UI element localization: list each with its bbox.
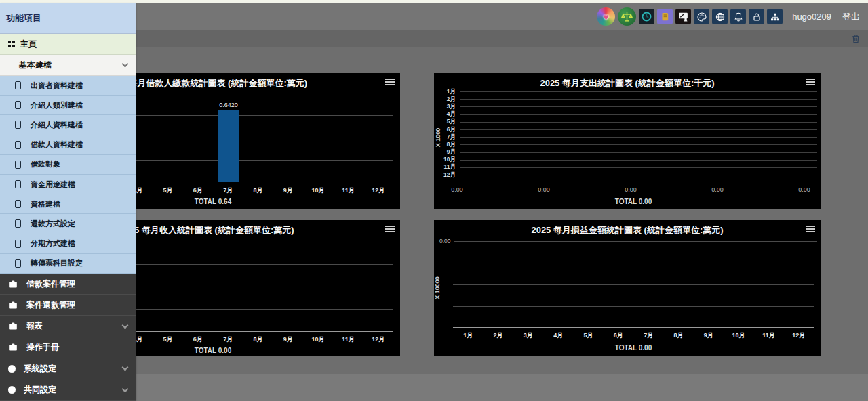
chevron-down-icon	[122, 364, 129, 371]
trash-icon[interactable]	[850, 33, 861, 44]
sidebar-item-referrer-category[interactable]: 介紹人類別建檔	[0, 96, 136, 115]
record-icon	[15, 200, 21, 208]
record-icon	[15, 259, 21, 268]
y-axis-unit: X 10000	[434, 276, 441, 299]
sidebar-item-home[interactable]: 主頁	[0, 34, 136, 55]
record-icon	[15, 101, 21, 109]
sidebar-section-system-settings[interactable]: 系統設定	[0, 358, 136, 379]
category-rows: 1月 2月 3月 4月 5月 6月 7月 8月 9月 10月 11月 12月	[441, 88, 817, 179]
chart-menu-icon[interactable]	[806, 79, 815, 80]
clock-icon[interactable]	[639, 9, 654, 24]
bell-icon[interactable]	[730, 9, 746, 24]
presentation-icon[interactable]	[675, 9, 691, 24]
chart-menu-icon[interactable]	[806, 226, 815, 227]
sidebar: 功能項目 主頁 基本建檔 出資者資料建檔 介紹人類別建檔 介紹人資料建檔 借款人…	[0, 3, 136, 401]
briefcase-icon	[8, 321, 18, 331]
heart-glyph: ♥	[604, 12, 609, 22]
sidebar-title: 功能項目	[0, 3, 136, 34]
sidebar-item-investor-data[interactable]: 出資者資料建檔	[0, 76, 136, 96]
chart-panel-profit-loss: 2025 每月損益金額統計圖表 (統計金額單位:萬元) X 10000 0.00…	[434, 220, 821, 356]
chart-menu-icon[interactable]	[385, 226, 395, 227]
record-icon	[15, 141, 21, 149]
sidebar-item-repayment-method[interactable]: 還款方式設定	[0, 214, 136, 234]
globe-icon[interactable]	[712, 9, 728, 24]
chevron-down-icon	[122, 61, 129, 68]
sidebar-section-case-repayment-mgmt[interactable]: 案件還款管理	[0, 295, 136, 316]
chevron-down-icon	[122, 322, 129, 329]
circle-icon	[8, 386, 16, 394]
sidebar-item-loan-target[interactable]: 借款對象	[0, 155, 136, 175]
chart-menu-icon[interactable]	[385, 79, 395, 80]
sidebar-item-referrer-data[interactable]: 介紹人資料建檔	[0, 115, 136, 135]
lock-icon[interactable]	[749, 9, 764, 24]
username-label[interactable]: hugo0209	[792, 12, 831, 22]
bar-july[interactable]	[218, 110, 239, 182]
grid-icon	[8, 41, 11, 43]
chart-total-label: TOTAL 0.00	[453, 198, 814, 205]
record-icon	[15, 81, 21, 89]
chart-title: 2025 每月損益金額統計圖表 (統計金額單位:萬元)	[434, 224, 821, 236]
palette-icon[interactable]	[694, 9, 709, 24]
sidebar-section-manual[interactable]: 操作手冊	[0, 337, 136, 358]
record-icon	[15, 161, 21, 169]
sidebar-item-voucher-subject[interactable]: 轉傳票科目設定	[0, 254, 136, 274]
x-axis-ticks: 0.000.000.000.000.00	[443, 186, 818, 193]
sidebar-item-qualification[interactable]: 資格建檔	[0, 194, 136, 214]
chart-total-label: TOTAL 0.00	[453, 344, 814, 352]
sitemap-icon[interactable]	[767, 9, 783, 24]
record-icon	[15, 219, 21, 228]
y-axis-tick: 0.00	[439, 238, 451, 245]
sidebar-section-common-settings[interactable]: 共同設定	[0, 379, 136, 400]
briefcase-icon	[8, 279, 18, 289]
dashboard-screen: ♥ hugo0209 登出	[0, 0, 868, 401]
record-icon	[15, 180, 21, 188]
briefcase-icon	[8, 342, 18, 352]
logout-button[interactable]: 登出	[842, 11, 860, 23]
scroll-icon[interactable]	[657, 9, 673, 24]
x-axis-labels: 1月2月3月4月5月6月7月8月9月10月11月12月	[453, 331, 814, 340]
green-balance-icon[interactable]	[618, 7, 636, 26]
sidebar-item-borrower-data[interactable]: 借款人資料建檔	[0, 135, 136, 155]
sidebar-section-loan-case-mgmt[interactable]: 借款案件管理	[0, 274, 136, 295]
record-icon	[15, 240, 21, 248]
chevron-down-icon	[122, 385, 129, 392]
record-icon	[15, 121, 21, 129]
sidebar-item-fund-usage[interactable]: 資金用途建檔	[0, 175, 136, 194]
sidebar-section-reports[interactable]: 報表	[0, 316, 136, 337]
bar-value-label: 0.6420	[208, 102, 249, 108]
colorful-logo-icon[interactable]: ♥	[597, 7, 615, 26]
circle-icon	[8, 365, 16, 373]
briefcase-icon	[8, 300, 18, 310]
chart-panel-expenses: 2025 每月支出統計圖表 (統計金額單位:千元) X 1000 1月 2月 3…	[434, 73, 821, 209]
sidebar-item-installment-method[interactable]: 分期方式建檔	[0, 234, 136, 254]
sidebar-group-basic[interactable]: 基本建檔	[0, 55, 136, 76]
